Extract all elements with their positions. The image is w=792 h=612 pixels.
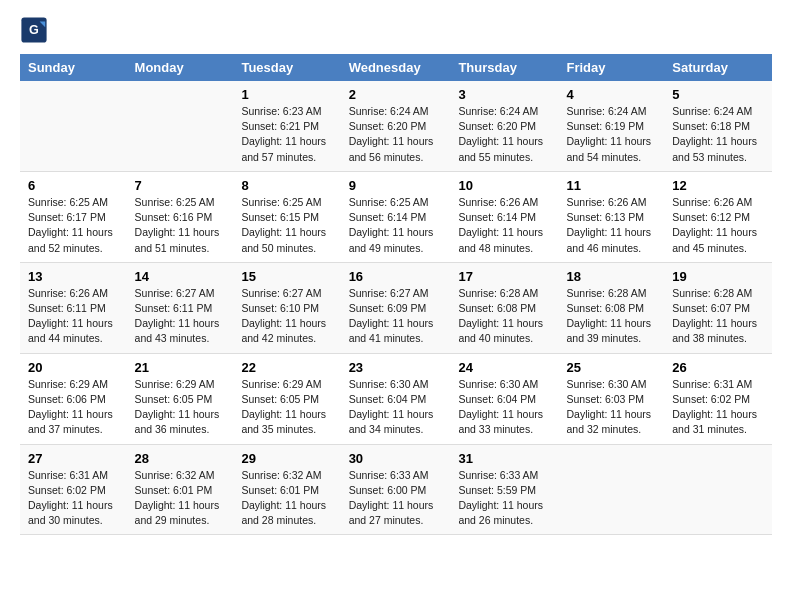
day-info: Sunrise: 6:28 AM Sunset: 6:08 PM Dayligh…	[458, 286, 550, 347]
day-number: 9	[349, 178, 443, 193]
weekday-header: Friday	[558, 54, 664, 81]
calendar-cell	[127, 81, 234, 171]
calendar-cell: 3Sunrise: 6:24 AM Sunset: 6:20 PM Daylig…	[450, 81, 558, 171]
day-info: Sunrise: 6:24 AM Sunset: 6:20 PM Dayligh…	[458, 104, 550, 165]
day-number: 29	[241, 451, 332, 466]
calendar-page: G SundayMondayTuesdayWednesdayThursdayFr…	[0, 0, 792, 551]
calendar-cell: 5Sunrise: 6:24 AM Sunset: 6:18 PM Daylig…	[664, 81, 772, 171]
calendar-cell: 9Sunrise: 6:25 AM Sunset: 6:14 PM Daylig…	[341, 171, 451, 262]
calendar-cell: 13Sunrise: 6:26 AM Sunset: 6:11 PM Dayli…	[20, 262, 127, 353]
calendar-cell: 30Sunrise: 6:33 AM Sunset: 6:00 PM Dayli…	[341, 444, 451, 535]
day-info: Sunrise: 6:28 AM Sunset: 6:07 PM Dayligh…	[672, 286, 764, 347]
day-number: 6	[28, 178, 119, 193]
day-info: Sunrise: 6:29 AM Sunset: 6:05 PM Dayligh…	[135, 377, 226, 438]
day-info: Sunrise: 6:28 AM Sunset: 6:08 PM Dayligh…	[566, 286, 656, 347]
day-info: Sunrise: 6:31 AM Sunset: 6:02 PM Dayligh…	[28, 468, 119, 529]
calendar-cell: 7Sunrise: 6:25 AM Sunset: 6:16 PM Daylig…	[127, 171, 234, 262]
header: G	[20, 16, 772, 44]
day-number: 27	[28, 451, 119, 466]
calendar-cell: 31Sunrise: 6:33 AM Sunset: 5:59 PM Dayli…	[450, 444, 558, 535]
day-info: Sunrise: 6:25 AM Sunset: 6:16 PM Dayligh…	[135, 195, 226, 256]
calendar-cell	[664, 444, 772, 535]
weekday-header: Monday	[127, 54, 234, 81]
day-number: 16	[349, 269, 443, 284]
day-number: 5	[672, 87, 764, 102]
day-number: 20	[28, 360, 119, 375]
day-info: Sunrise: 6:26 AM Sunset: 6:13 PM Dayligh…	[566, 195, 656, 256]
day-info: Sunrise: 6:32 AM Sunset: 6:01 PM Dayligh…	[241, 468, 332, 529]
calendar-cell: 26Sunrise: 6:31 AM Sunset: 6:02 PM Dayli…	[664, 353, 772, 444]
calendar-cell: 21Sunrise: 6:29 AM Sunset: 6:05 PM Dayli…	[127, 353, 234, 444]
day-number: 18	[566, 269, 656, 284]
day-info: Sunrise: 6:30 AM Sunset: 6:04 PM Dayligh…	[458, 377, 550, 438]
day-info: Sunrise: 6:25 AM Sunset: 6:15 PM Dayligh…	[241, 195, 332, 256]
day-number: 11	[566, 178, 656, 193]
calendar-table: SundayMondayTuesdayWednesdayThursdayFrid…	[20, 54, 772, 535]
calendar-week-row: 1Sunrise: 6:23 AM Sunset: 6:21 PM Daylig…	[20, 81, 772, 171]
calendar-cell: 6Sunrise: 6:25 AM Sunset: 6:17 PM Daylig…	[20, 171, 127, 262]
day-number: 15	[241, 269, 332, 284]
day-number: 7	[135, 178, 226, 193]
calendar-cell	[558, 444, 664, 535]
day-info: Sunrise: 6:24 AM Sunset: 6:18 PM Dayligh…	[672, 104, 764, 165]
day-number: 8	[241, 178, 332, 193]
calendar-cell: 14Sunrise: 6:27 AM Sunset: 6:11 PM Dayli…	[127, 262, 234, 353]
weekday-header-row: SundayMondayTuesdayWednesdayThursdayFrid…	[20, 54, 772, 81]
calendar-cell: 16Sunrise: 6:27 AM Sunset: 6:09 PM Dayli…	[341, 262, 451, 353]
calendar-cell: 19Sunrise: 6:28 AM Sunset: 6:07 PM Dayli…	[664, 262, 772, 353]
calendar-cell: 11Sunrise: 6:26 AM Sunset: 6:13 PM Dayli…	[558, 171, 664, 262]
day-info: Sunrise: 6:33 AM Sunset: 5:59 PM Dayligh…	[458, 468, 550, 529]
day-info: Sunrise: 6:33 AM Sunset: 6:00 PM Dayligh…	[349, 468, 443, 529]
calendar-week-row: 13Sunrise: 6:26 AM Sunset: 6:11 PM Dayli…	[20, 262, 772, 353]
day-info: Sunrise: 6:27 AM Sunset: 6:09 PM Dayligh…	[349, 286, 443, 347]
calendar-cell: 18Sunrise: 6:28 AM Sunset: 6:08 PM Dayli…	[558, 262, 664, 353]
calendar-cell: 12Sunrise: 6:26 AM Sunset: 6:12 PM Dayli…	[664, 171, 772, 262]
svg-text:G: G	[29, 23, 39, 37]
calendar-cell: 10Sunrise: 6:26 AM Sunset: 6:14 PM Dayli…	[450, 171, 558, 262]
day-info: Sunrise: 6:31 AM Sunset: 6:02 PM Dayligh…	[672, 377, 764, 438]
logo-icon: G	[20, 16, 48, 44]
day-number: 25	[566, 360, 656, 375]
day-info: Sunrise: 6:27 AM Sunset: 6:10 PM Dayligh…	[241, 286, 332, 347]
day-number: 23	[349, 360, 443, 375]
day-info: Sunrise: 6:32 AM Sunset: 6:01 PM Dayligh…	[135, 468, 226, 529]
day-number: 22	[241, 360, 332, 375]
day-info: Sunrise: 6:26 AM Sunset: 6:12 PM Dayligh…	[672, 195, 764, 256]
day-info: Sunrise: 6:24 AM Sunset: 6:20 PM Dayligh…	[349, 104, 443, 165]
calendar-cell: 8Sunrise: 6:25 AM Sunset: 6:15 PM Daylig…	[233, 171, 340, 262]
day-number: 26	[672, 360, 764, 375]
calendar-cell: 1Sunrise: 6:23 AM Sunset: 6:21 PM Daylig…	[233, 81, 340, 171]
calendar-cell: 20Sunrise: 6:29 AM Sunset: 6:06 PM Dayli…	[20, 353, 127, 444]
calendar-cell: 23Sunrise: 6:30 AM Sunset: 6:04 PM Dayli…	[341, 353, 451, 444]
calendar-cell: 22Sunrise: 6:29 AM Sunset: 6:05 PM Dayli…	[233, 353, 340, 444]
weekday-header: Thursday	[450, 54, 558, 81]
calendar-cell: 24Sunrise: 6:30 AM Sunset: 6:04 PM Dayli…	[450, 353, 558, 444]
day-number: 10	[458, 178, 550, 193]
day-info: Sunrise: 6:25 AM Sunset: 6:17 PM Dayligh…	[28, 195, 119, 256]
day-number: 30	[349, 451, 443, 466]
calendar-cell	[20, 81, 127, 171]
day-info: Sunrise: 6:29 AM Sunset: 6:06 PM Dayligh…	[28, 377, 119, 438]
weekday-header: Wednesday	[341, 54, 451, 81]
day-number: 31	[458, 451, 550, 466]
calendar-cell: 25Sunrise: 6:30 AM Sunset: 6:03 PM Dayli…	[558, 353, 664, 444]
calendar-week-row: 6Sunrise: 6:25 AM Sunset: 6:17 PM Daylig…	[20, 171, 772, 262]
calendar-cell: 17Sunrise: 6:28 AM Sunset: 6:08 PM Dayli…	[450, 262, 558, 353]
day-number: 12	[672, 178, 764, 193]
day-number: 28	[135, 451, 226, 466]
day-number: 2	[349, 87, 443, 102]
weekday-header: Saturday	[664, 54, 772, 81]
day-info: Sunrise: 6:30 AM Sunset: 6:03 PM Dayligh…	[566, 377, 656, 438]
day-number: 13	[28, 269, 119, 284]
calendar-cell: 29Sunrise: 6:32 AM Sunset: 6:01 PM Dayli…	[233, 444, 340, 535]
day-info: Sunrise: 6:30 AM Sunset: 6:04 PM Dayligh…	[349, 377, 443, 438]
day-number: 1	[241, 87, 332, 102]
day-info: Sunrise: 6:24 AM Sunset: 6:19 PM Dayligh…	[566, 104, 656, 165]
weekday-header: Sunday	[20, 54, 127, 81]
day-info: Sunrise: 6:27 AM Sunset: 6:11 PM Dayligh…	[135, 286, 226, 347]
calendar-cell: 28Sunrise: 6:32 AM Sunset: 6:01 PM Dayli…	[127, 444, 234, 535]
day-number: 24	[458, 360, 550, 375]
calendar-week-row: 20Sunrise: 6:29 AM Sunset: 6:06 PM Dayli…	[20, 353, 772, 444]
day-number: 17	[458, 269, 550, 284]
day-info: Sunrise: 6:25 AM Sunset: 6:14 PM Dayligh…	[349, 195, 443, 256]
